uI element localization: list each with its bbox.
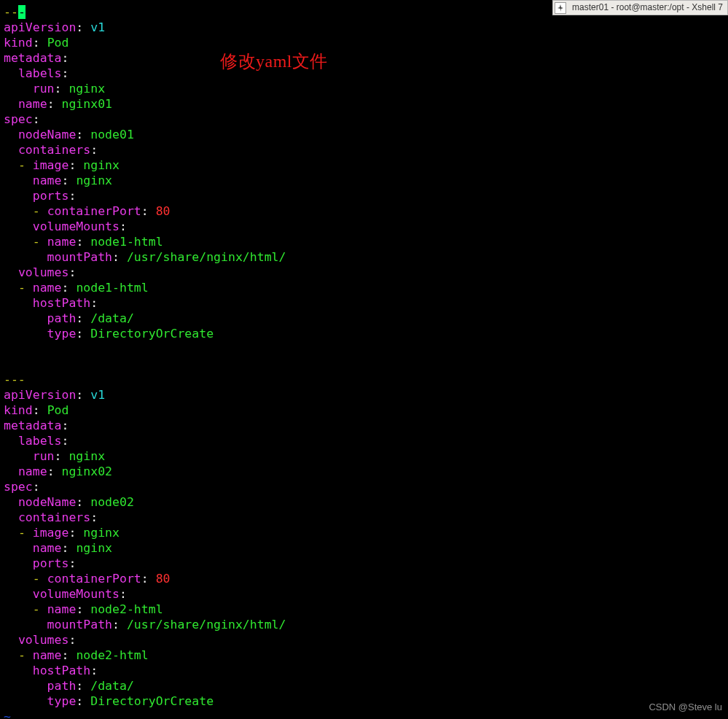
yaml-key: name	[33, 281, 62, 295]
yaml-key: nodeName	[18, 128, 76, 141]
yaml-key: mountPath	[47, 250, 112, 264]
yaml-value: /data/	[90, 311, 134, 325]
yaml-value: /usr/share/nginx/html/	[127, 250, 286, 264]
yaml-key: path	[47, 679, 77, 693]
yaml-value: DirectoryOrCreate	[90, 694, 214, 708]
yaml-value: node01	[90, 128, 134, 141]
yaml-value: node2-html	[76, 648, 148, 662]
yaml-key: kind	[4, 403, 33, 417]
yaml-key: volumes	[18, 265, 69, 279]
yaml-value: v1	[90, 388, 105, 402]
yaml-key: run	[33, 449, 55, 463]
yaml-value: nginx01	[62, 97, 113, 111]
yaml-key: nodeName	[18, 495, 76, 509]
yaml-key: image	[33, 158, 69, 172]
yaml-key: metadata	[4, 51, 61, 65]
yaml-key: type	[47, 694, 77, 708]
yaml-key: name	[33, 174, 62, 187]
yaml-value: node2-html	[90, 602, 163, 616]
yaml-key: name	[47, 235, 77, 249]
yaml-value: v1	[90, 20, 105, 34]
yaml-doc-separator: ---	[4, 373, 26, 386]
yaml-value: nginx	[83, 158, 120, 172]
yaml-key: ports	[33, 189, 69, 203]
terminal-content[interactable]: --- apiVersion: v1 kind: Pod metadata: l…	[4, 4, 286, 719]
yaml-value: 80	[156, 204, 171, 218]
yaml-key: name	[33, 541, 62, 555]
terminal-cursor: -	[18, 5, 26, 19]
yaml-key: image	[33, 526, 69, 540]
yaml-key: containerPort	[47, 572, 141, 586]
yaml-value: nginx02	[62, 465, 113, 478]
yaml-key: spec	[4, 480, 33, 494]
vim-tilde: ~	[4, 710, 11, 719]
yaml-value: nginx	[83, 526, 120, 540]
yaml-key: containers	[18, 510, 90, 524]
yaml-value: nginx	[69, 82, 105, 96]
yaml-key: path	[47, 311, 77, 325]
yaml-value: DirectoryOrCreate	[90, 327, 214, 341]
yaml-key: volumeMounts	[33, 219, 120, 233]
yaml-value: nginx	[69, 449, 105, 463]
yaml-key: run	[33, 82, 55, 96]
yaml-key: volumes	[18, 633, 69, 647]
yaml-value: nginx	[76, 174, 112, 187]
yaml-key: name	[18, 465, 47, 478]
yaml-value: /usr/share/nginx/html/	[127, 618, 286, 631]
yaml-value: node1-html	[90, 235, 163, 249]
yaml-key: mountPath	[47, 618, 112, 631]
yaml-value: Pod	[47, 403, 69, 417]
window-title: master01 - root@master:/opt - Xshell 7	[572, 0, 723, 15]
yaml-key: kind	[4, 36, 33, 50]
yaml-value: /data/	[90, 679, 134, 693]
yaml-value: nginx	[76, 541, 112, 555]
yaml-key: metadata	[4, 419, 61, 432]
yaml-key: hostPath	[33, 296, 90, 310]
yaml-key: name	[33, 648, 62, 662]
yaml-key: ports	[33, 556, 69, 570]
pin-icon[interactable]	[555, 2, 566, 14]
yaml-key: containers	[18, 143, 90, 157]
yaml-key: apiVersion	[4, 388, 76, 402]
yaml-docstart-dash: --	[4, 5, 18, 19]
watermark: CSDN @Steve lu	[649, 699, 722, 715]
yaml-key: spec	[4, 112, 33, 126]
yaml-key: type	[47, 327, 77, 341]
yaml-value: node1-html	[76, 281, 148, 295]
yaml-key: labels	[18, 434, 62, 448]
yaml-value: Pod	[47, 36, 69, 50]
yaml-value: node02	[90, 495, 134, 509]
yaml-key: name	[47, 602, 77, 616]
yaml-key: apiVersion	[4, 20, 76, 34]
yaml-key: volumeMounts	[33, 587, 120, 601]
yaml-key: containerPort	[47, 204, 141, 218]
yaml-key: labels	[18, 66, 62, 80]
yaml-key: hostPath	[33, 664, 90, 677]
yaml-value: 80	[156, 572, 171, 586]
window-titlebar: master01 - root@master:/opt - Xshell 7	[552, 0, 728, 15]
yaml-key: name	[18, 97, 47, 111]
